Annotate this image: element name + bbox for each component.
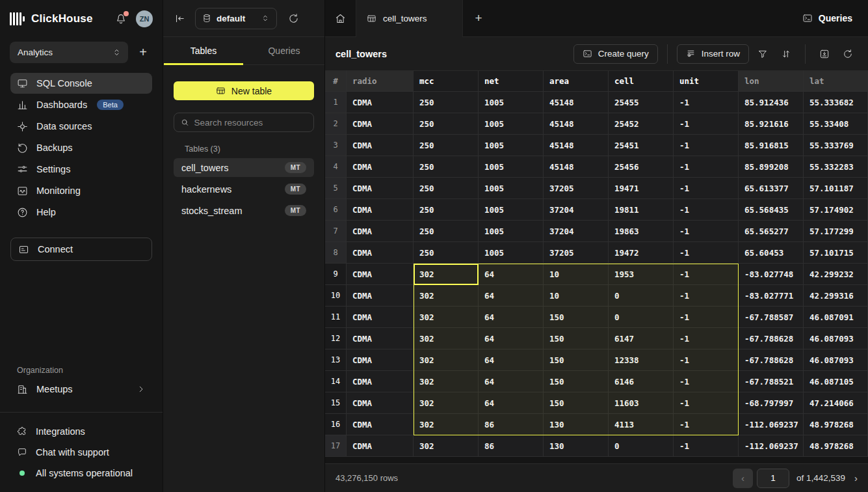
row-number[interactable]: 12 bbox=[325, 328, 347, 349]
cell-net-row4[interactable]: 1005 bbox=[479, 156, 544, 178]
sort-button[interactable] bbox=[776, 44, 796, 64]
cell-lat-row17[interactable]: 48.978268 bbox=[804, 435, 868, 457]
cell-net-row10[interactable]: 64 bbox=[479, 285, 544, 307]
cell-lat-row6[interactable]: 57.174902 bbox=[804, 199, 868, 221]
cell-lon-row13[interactable]: -67.788628 bbox=[739, 349, 804, 371]
page-number-input[interactable] bbox=[757, 469, 789, 488]
cell-cell-row5[interactable]: 19471 bbox=[609, 178, 674, 199]
connect-button[interactable]: Connect bbox=[10, 238, 152, 261]
cell-net-row8[interactable]: 1005 bbox=[479, 242, 544, 264]
cell-lon-row14[interactable]: -67.788521 bbox=[739, 371, 804, 392]
cell-cell-row9[interactable]: 1953 bbox=[609, 264, 674, 285]
cell-lat-row7[interactable]: 57.177299 bbox=[804, 221, 868, 242]
cell-lon-row9[interactable]: -83.027748 bbox=[739, 264, 804, 285]
cell-area-row3[interactable]: 45148 bbox=[544, 135, 609, 156]
cell-radio-row1[interactable]: CDMA bbox=[347, 92, 414, 113]
cell-area-row5[interactable]: 37205 bbox=[544, 178, 609, 199]
cell-unit-row9[interactable]: -1 bbox=[674, 264, 739, 285]
cell-radio-row10[interactable]: CDMA bbox=[347, 285, 414, 307]
row-number[interactable]: 11 bbox=[325, 307, 347, 328]
cell-mcc-row3[interactable]: 250 bbox=[414, 135, 479, 156]
refresh-data-button[interactable] bbox=[838, 44, 858, 64]
sidebar-item-chat-support[interactable]: Chat with support bbox=[10, 443, 152, 462]
cell-lon-row17[interactable]: -112.069237 bbox=[739, 435, 804, 457]
database-selector[interactable]: default bbox=[195, 8, 277, 29]
cell-unit-row7[interactable]: -1 bbox=[674, 221, 739, 242]
search-input[interactable] bbox=[194, 118, 307, 128]
column-header-mcc[interactable]: mcc bbox=[414, 71, 479, 92]
column-header-radio[interactable]: radio bbox=[347, 71, 414, 92]
cell-lon-row4[interactable]: 85.899208 bbox=[739, 156, 804, 178]
cell-radio-row4[interactable]: CDMA bbox=[347, 156, 414, 178]
cell-unit-row16[interactable]: -1 bbox=[674, 414, 739, 435]
cell-lat-row11[interactable]: 46.087091 bbox=[804, 307, 868, 328]
row-number[interactable]: 5 bbox=[325, 178, 347, 199]
cell-radio-row12[interactable]: CDMA bbox=[347, 328, 414, 349]
cell-lon-row1[interactable]: 85.912436 bbox=[739, 92, 804, 113]
data-grid[interactable]: #radiomccnetareacellunitlonlat1CDMA25010… bbox=[325, 71, 868, 463]
cell-mcc-row6[interactable]: 250 bbox=[414, 199, 479, 221]
cell-area-row16[interactable]: 130 bbox=[544, 414, 609, 435]
cell-cell-row8[interactable]: 19472 bbox=[609, 242, 674, 264]
cell-net-row13[interactable]: 64 bbox=[479, 349, 544, 371]
cell-cell-row10[interactable]: 0 bbox=[609, 285, 674, 307]
cell-lon-row3[interactable]: 85.916815 bbox=[739, 135, 804, 156]
cell-net-row14[interactable]: 64 bbox=[479, 371, 544, 392]
table-item-hackernews[interactable]: hackernews MT bbox=[174, 180, 314, 198]
cell-radio-row13[interactable]: CDMA bbox=[347, 349, 414, 371]
cell-mcc-row11[interactable]: 302 bbox=[414, 307, 479, 328]
row-number[interactable]: 4 bbox=[325, 156, 347, 178]
row-number[interactable]: 7 bbox=[325, 221, 347, 242]
cell-mcc-row4[interactable]: 250 bbox=[414, 156, 479, 178]
cell-mcc-row13[interactable]: 302 bbox=[414, 349, 479, 371]
cell-unit-row1[interactable]: -1 bbox=[674, 92, 739, 113]
row-number[interactable]: 13 bbox=[325, 349, 347, 371]
cell-mcc-row1[interactable]: 250 bbox=[414, 92, 479, 113]
cell-unit-row2[interactable]: -1 bbox=[674, 113, 739, 135]
cell-radio-row3[interactable]: CDMA bbox=[347, 135, 414, 156]
row-number[interactable]: 9 bbox=[325, 264, 347, 285]
cell-cell-row15[interactable]: 11603 bbox=[609, 392, 674, 414]
cell-net-row12[interactable]: 64 bbox=[479, 328, 544, 349]
notifications-button[interactable] bbox=[115, 13, 127, 25]
cell-mcc-row15[interactable]: 302 bbox=[414, 392, 479, 414]
row-number[interactable]: 3 bbox=[325, 135, 347, 156]
cell-unit-row17[interactable]: -1 bbox=[674, 435, 739, 457]
cell-radio-row11[interactable]: CDMA bbox=[347, 307, 414, 328]
cell-radio-row17[interactable]: CDMA bbox=[347, 435, 414, 457]
row-number[interactable]: 10 bbox=[325, 285, 347, 307]
cell-radio-row9[interactable]: CDMA bbox=[347, 264, 414, 285]
cell-area-row15[interactable]: 150 bbox=[544, 392, 609, 414]
cell-net-row16[interactable]: 86 bbox=[479, 414, 544, 435]
cell-area-row1[interactable]: 45148 bbox=[544, 92, 609, 113]
collapse-panel-icon[interactable] bbox=[174, 13, 185, 24]
column-header-lon[interactable]: lon bbox=[739, 71, 804, 92]
filter-button[interactable] bbox=[753, 44, 772, 64]
cell-mcc-row17[interactable]: 302 bbox=[414, 435, 479, 457]
new-tab-button[interactable]: + bbox=[463, 0, 494, 36]
cell-radio-row8[interactable]: CDMA bbox=[347, 242, 414, 264]
open-tab-cell-towers[interactable]: cell_towers bbox=[356, 0, 463, 37]
cell-cell-row7[interactable]: 19863 bbox=[609, 221, 674, 242]
column-header-lat[interactable]: lat bbox=[804, 71, 868, 92]
cell-mcc-row5[interactable]: 250 bbox=[414, 178, 479, 199]
cell-lat-row3[interactable]: 55.333769 bbox=[804, 135, 868, 156]
row-number[interactable]: 14 bbox=[325, 371, 347, 392]
cell-cell-row11[interactable]: 0 bbox=[609, 307, 674, 328]
create-query-button[interactable]: Create query bbox=[573, 44, 658, 64]
cell-net-row17[interactable]: 86 bbox=[479, 435, 544, 457]
cell-unit-row4[interactable]: -1 bbox=[674, 156, 739, 178]
tab-tables[interactable]: Tables bbox=[163, 37, 244, 64]
cell-unit-row15[interactable]: -1 bbox=[674, 392, 739, 414]
cell-net-row11[interactable]: 64 bbox=[479, 307, 544, 328]
cell-unit-row13[interactable]: -1 bbox=[674, 349, 739, 371]
sidebar-item-meetups[interactable]: Meetups bbox=[10, 379, 152, 399]
cell-lon-row10[interactable]: -83.027771 bbox=[739, 285, 804, 307]
cell-lon-row8[interactable]: 65.60453 bbox=[739, 242, 804, 264]
row-number[interactable]: 15 bbox=[325, 392, 347, 414]
cell-unit-row3[interactable]: -1 bbox=[674, 135, 739, 156]
cell-cell-row6[interactable]: 19811 bbox=[609, 199, 674, 221]
cell-lon-row5[interactable]: 65.613377 bbox=[739, 178, 804, 199]
cell-net-row6[interactable]: 1005 bbox=[479, 199, 544, 221]
cell-cell-row16[interactable]: 4113 bbox=[609, 414, 674, 435]
